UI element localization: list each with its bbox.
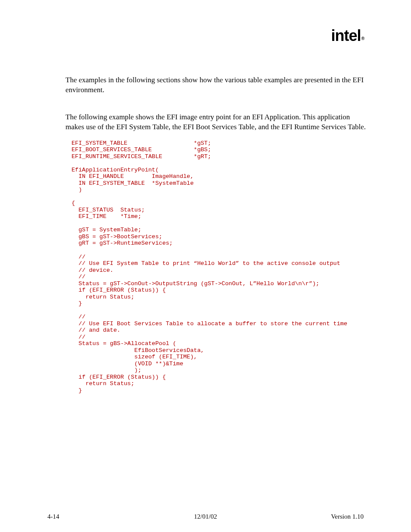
paragraph-1: The examples in the following sections s… [65,75,367,95]
intel-logo: intel® [331,27,364,45]
code-block: EFI_SYSTEM_TABLE *gST; EFI_BOOT_SERVICES… [72,140,367,394]
footer-version: Version 1.10 [331,513,364,520]
logo-text: intel [331,27,361,44]
page: intel® The examples in the following sec… [0,0,411,532]
content: The examples in the following sections s… [65,75,367,394]
paragraph-2: The following example shows the EFI imag… [65,112,367,132]
logo-registered: ® [361,36,364,41]
